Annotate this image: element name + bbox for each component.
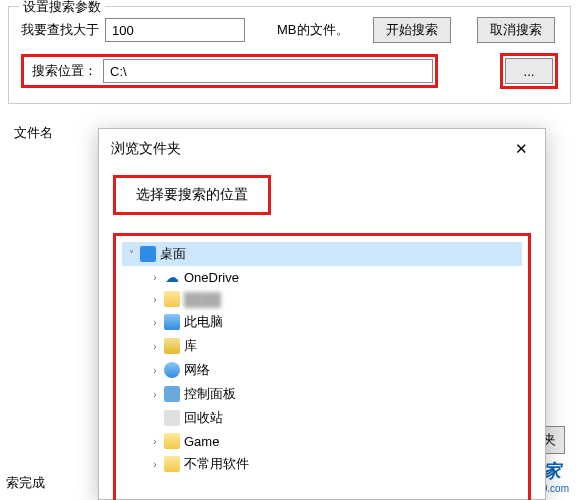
desktop-icon: [140, 246, 156, 262]
tree-item[interactable]: ›████: [122, 288, 522, 310]
tree-item[interactable]: ›控制面板: [122, 382, 522, 406]
tree-item[interactable]: ›Game: [122, 430, 522, 452]
tree-item-label: 库: [184, 337, 197, 355]
chevron-right-icon[interactable]: ›: [150, 459, 160, 469]
chevron-right-icon[interactable]: ›: [150, 365, 160, 375]
tree-item-label: 网络: [184, 361, 210, 379]
folder-icon: [164, 456, 180, 472]
tree-item[interactable]: ›库: [122, 334, 522, 358]
size-label: 我要查找大于: [21, 21, 99, 39]
chevron-right-icon[interactable]: ›: [150, 294, 160, 304]
net-icon: [164, 362, 180, 378]
size-row: 我要查找大于 MB的文件。 开始搜索 取消搜索: [21, 17, 558, 43]
size-input[interactable]: [105, 18, 245, 42]
browse-folder-dialog: 浏览文件夹 ✕ 选择要搜索的位置 ˅桌面›☁OneDrive›████›此电脑›…: [98, 128, 546, 500]
tree-item[interactable]: ›网络: [122, 358, 522, 382]
chevron-right-icon[interactable]: ›: [150, 341, 160, 351]
blur-icon: [164, 291, 180, 307]
pc-icon: [164, 314, 180, 330]
ctrl-icon: [164, 386, 180, 402]
status-text: 索完成: [6, 474, 45, 492]
path-row: 搜索位置： ...: [21, 53, 558, 89]
tree-item-label: OneDrive: [184, 270, 239, 285]
chevron-right-icon[interactable]: [150, 413, 160, 423]
tree-item-label: 控制面板: [184, 385, 236, 403]
close-icon[interactable]: ✕: [509, 137, 533, 161]
lib-icon: [164, 338, 180, 354]
path-label: 搜索位置：: [26, 62, 103, 80]
chevron-right-icon[interactable]: ›: [150, 272, 160, 282]
chevron-right-icon[interactable]: ˅: [126, 249, 136, 259]
tree-item-label: 桌面: [160, 245, 186, 263]
tree-item-label: ████: [184, 292, 221, 307]
size-unit-label: MB的文件。: [277, 21, 349, 39]
browse-button[interactable]: ...: [505, 58, 553, 84]
tree-item-label: 不常用软件: [184, 455, 249, 473]
recycle-icon: [164, 410, 180, 426]
folder-tree: ˅桌面›☁OneDrive›████›此电脑›库›网络›控制面板回收站›Game…: [113, 233, 531, 500]
tree-item-label: Game: [184, 434, 219, 449]
fieldset-legend: 设置搜索参数: [19, 0, 105, 16]
cancel-search-button[interactable]: 取消搜索: [477, 17, 555, 43]
chevron-right-icon[interactable]: ›: [150, 317, 160, 327]
tree-item-label: 此电脑: [184, 313, 223, 331]
tree-item[interactable]: ˅桌面: [122, 242, 522, 266]
start-search-button[interactable]: 开始搜索: [373, 17, 451, 43]
dialog-titlebar: 浏览文件夹 ✕: [99, 129, 545, 169]
folder-icon: [164, 433, 180, 449]
tree-item[interactable]: ›☁OneDrive: [122, 266, 522, 288]
chevron-right-icon[interactable]: ›: [150, 436, 160, 446]
tree-item[interactable]: 回收站: [122, 406, 522, 430]
tree-item[interactable]: ›此电脑: [122, 310, 522, 334]
dialog-subtitle: 选择要搜索的位置: [113, 175, 271, 215]
tree-item-label: 回收站: [184, 409, 223, 427]
dialog-title: 浏览文件夹: [111, 140, 181, 158]
path-input[interactable]: [103, 59, 433, 83]
onedrive-icon: ☁: [164, 269, 180, 285]
search-params-fieldset: 设置搜索参数 我要查找大于 MB的文件。 开始搜索 取消搜索 搜索位置： ...: [8, 6, 571, 104]
chevron-right-icon[interactable]: ›: [150, 389, 160, 399]
tree-item[interactable]: ›不常用软件: [122, 452, 522, 476]
